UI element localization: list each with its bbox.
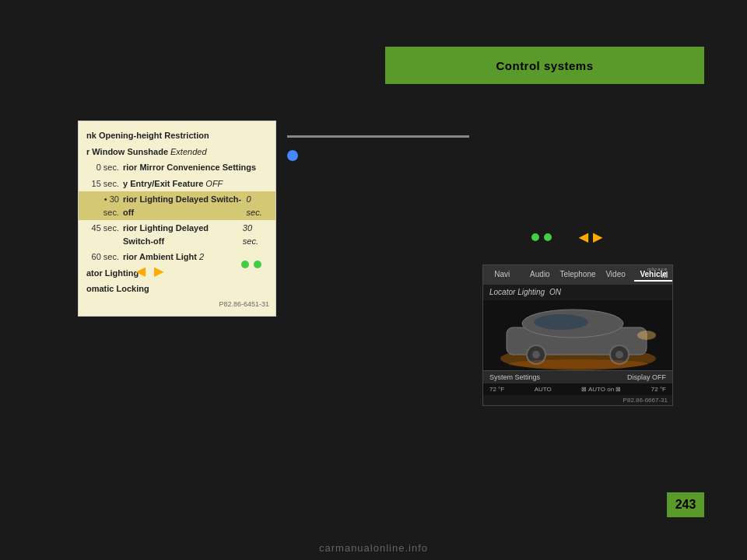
nav-video[interactable]: Video bbox=[597, 268, 635, 282]
svg-point-8 bbox=[615, 351, 623, 359]
svg-point-10 bbox=[508, 359, 648, 369]
green-dot-right-2 bbox=[544, 233, 552, 241]
temp-left: 72 °F bbox=[489, 386, 504, 393]
menu-time: 45 sec. bbox=[86, 222, 119, 235]
svg-point-6 bbox=[532, 351, 540, 359]
menu-item-trunk[interactable]: nk Opening-height Restriction bbox=[79, 128, 275, 144]
mode-center: ⊠ AUTO on ⊠ bbox=[581, 386, 621, 393]
green-dot-left-2 bbox=[254, 261, 261, 268]
car-svg bbox=[483, 300, 672, 370]
car-panel-footer: System Settings Display OFF bbox=[483, 370, 672, 383]
svg-point-4 bbox=[534, 314, 588, 330]
left-arrow-indicator[interactable]: ◀ bbox=[136, 264, 146, 278]
nav-telephone[interactable]: Telephone bbox=[559, 268, 597, 282]
menu-item-label: r Window Sunshade bbox=[86, 145, 168, 159]
signal-bar-3 bbox=[666, 271, 668, 278]
menu-item-value: OFF bbox=[205, 177, 223, 191]
car-nav-bar: Navi Audio Telephone Video Vehicle bbox=[483, 265, 672, 285]
menu-item-value: Extended bbox=[170, 145, 206, 159]
menu-item-label: rior Lighting Delayed Switch-off bbox=[123, 193, 244, 219]
svg-point-9 bbox=[637, 331, 656, 340]
menu-time: 0 sec. bbox=[86, 161, 119, 174]
menu-item-label: nk Opening-height Restriction bbox=[86, 129, 209, 142]
car-panel-content: Locator Lighting ON bbox=[483, 285, 672, 370]
menu-item-label: rior Mirror Convenience Settings bbox=[123, 161, 256, 174]
locator-lighting-label: Locator Lighting ON bbox=[483, 285, 567, 299]
nav-navi[interactable]: Navi bbox=[483, 268, 521, 282]
signal-bar-1 bbox=[661, 275, 663, 278]
image-reference: P82.86-6451-31 bbox=[79, 297, 275, 310]
car-display-panel: mbrace Navi Audio Telephone Video Vehicl… bbox=[482, 264, 673, 406]
menu-time: 60 sec. bbox=[86, 250, 119, 264]
header-bar: Control systems bbox=[385, 47, 704, 84]
locator-value: ON bbox=[549, 288, 561, 296]
right-panel-right-arrow[interactable]: ▶ bbox=[593, 230, 602, 244]
green-dot-right-1 bbox=[531, 233, 539, 241]
menu-item-label: y Entry/Exit Feature bbox=[123, 177, 203, 191]
menu-time: • 30 sec. bbox=[86, 193, 119, 219]
watermark: carmanualonline.info bbox=[319, 542, 428, 554]
system-settings-label[interactable]: System Settings bbox=[489, 373, 540, 381]
menu-item-label: ator Lighting bbox=[86, 267, 139, 280]
menu-item-lighting30[interactable]: • 30 sec. rior Lighting Delayed Switch-o… bbox=[79, 191, 275, 220]
car-image-ref: P82.86-6667-31 bbox=[483, 395, 672, 405]
climate-bar: 72 °F AUTO ⊠ AUTO on ⊠ 72 °F bbox=[483, 383, 672, 395]
menu-item-lighting45[interactable]: 45 sec. rior Lighting Delayed Switch-off… bbox=[79, 220, 275, 249]
nav-audio[interactable]: Audio bbox=[521, 268, 559, 282]
section-line bbox=[287, 135, 469, 138]
header-title: Control systems bbox=[496, 59, 593, 72]
menu-panel: nk Opening-height Restriction r Window S… bbox=[78, 121, 276, 317]
signal-bar-2 bbox=[664, 273, 665, 278]
menu-item-value: 2 bbox=[199, 250, 204, 264]
signal-bars bbox=[661, 271, 668, 278]
menu-item-entry[interactable]: 15 sec. y Entry/Exit Feature OFF bbox=[79, 176, 275, 192]
menu-item-label: rior Lighting Delayed Switch-off bbox=[123, 222, 240, 247]
blue-dot-indicator bbox=[287, 150, 298, 161]
page-number: 243 bbox=[667, 492, 704, 517]
green-dot-left-1 bbox=[241, 261, 249, 268]
right-arrow-indicator[interactable]: ▶ bbox=[154, 264, 163, 278]
display-off-label[interactable]: Display OFF bbox=[627, 373, 666, 381]
menu-item-window[interactable]: r Window Sunshade Extended bbox=[79, 144, 275, 160]
temp-right: 72 °F bbox=[651, 386, 666, 393]
mode-left: AUTO bbox=[535, 386, 552, 393]
menu-item-locking[interactable]: omatic Locking bbox=[79, 281, 275, 297]
menu-time: 15 sec. bbox=[86, 177, 119, 191]
menu-item-label: rior Ambient Light bbox=[123, 250, 197, 264]
right-panel-left-arrow[interactable]: ◀ bbox=[579, 230, 588, 244]
menu-item-value: 30 sec. bbox=[243, 222, 268, 247]
menu-item-label: omatic Locking bbox=[86, 282, 149, 296]
menu-item-mirror[interactable]: 0 sec. rior Mirror Convenience Settings bbox=[79, 159, 275, 176]
menu-item-value: 0 sec. bbox=[247, 193, 268, 219]
